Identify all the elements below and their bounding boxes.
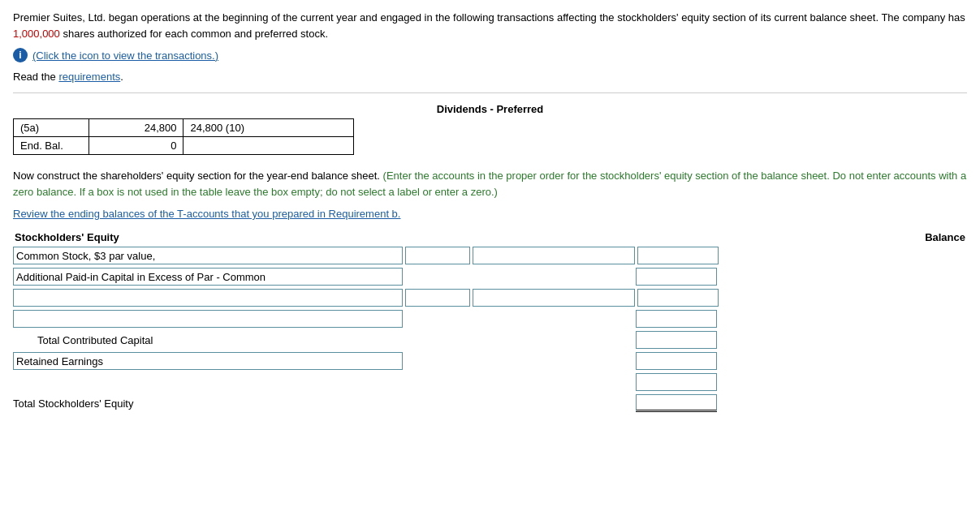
click-transactions-link[interactable]: (Click the icon to view the transactions… <box>32 49 218 62</box>
intro-paragraph: Premier Suites, Ltd. began operations at… <box>13 10 967 62</box>
apic-label-input[interactable] <box>13 268 403 286</box>
se-header-left: Stockholders' Equity <box>15 231 119 243</box>
blank2-balance-input[interactable] <box>636 310 717 328</box>
blank1-mid1-input[interactable] <box>405 289 470 307</box>
t-account-table: (5a) 24,800 24,800 (10) End. Bal. 0 <box>13 118 354 155</box>
se-row-blank1 <box>13 289 967 307</box>
info-icon[interactable]: i <box>13 48 28 62</box>
se-row-common-stock <box>13 247 967 264</box>
retained-earnings-label-input[interactable] <box>13 352 403 370</box>
se-header: Stockholders' Equity Balance <box>13 231 967 243</box>
retained-earnings-balance-input[interactable] <box>636 352 717 370</box>
instructions-text1: Now construct the shareholders' equity s… <box>13 170 383 182</box>
se-row-blank2 <box>13 310 967 328</box>
se-row-total-contributed: Total Contributed Capital <box>13 331 967 349</box>
common-stock-balance-input[interactable] <box>637 247 719 264</box>
total-contributed-label: Total Contributed Capital <box>13 334 403 346</box>
requirements-link[interactable]: requirements <box>58 71 120 83</box>
se-row-total-se: Total Stockholders' Equity <box>13 394 967 412</box>
t-row2-debit: 0 <box>89 137 183 155</box>
read-label: Read the <box>13 71 58 83</box>
total-contributed-balance-input[interactable] <box>636 331 717 349</box>
t-account-section: Dividends - Preferred (5a) 24,800 24,800… <box>13 103 967 155</box>
t-account-title: Dividends - Preferred <box>13 103 967 115</box>
t-account-row2: End. Bal. 0 <box>14 137 354 155</box>
common-stock-mid2-input[interactable] <box>473 247 635 264</box>
total-se-label: Total Stockholders' Equity <box>13 397 403 410</box>
blank3-balance-input[interactable] <box>636 373 717 391</box>
t-row2-label: End. Bal. <box>14 137 89 155</box>
shares-count: 1,000,000 <box>13 28 60 40</box>
blank1-mid2-input[interactable] <box>473 289 635 307</box>
total-se-balance-input[interactable] <box>636 394 717 412</box>
t-row1-credit: 24,800 (10) <box>183 119 354 137</box>
blank1-balance-input[interactable] <box>637 289 719 307</box>
instructions-section: Now construct the shareholders' equity s… <box>13 168 967 200</box>
common-stock-mid1-input[interactable] <box>405 247 470 264</box>
blank1-label-input[interactable] <box>13 289 403 307</box>
t-row1-debit: 24,800 <box>89 119 183 137</box>
stockholders-equity-section: Stockholders' Equity Balance Total Contr… <box>13 231 967 412</box>
intro-text3: shares authorized for each common and pr… <box>60 28 328 40</box>
se-row-retained-earnings <box>13 352 967 370</box>
intro-text1: Premier Suites, Ltd. began operations at… <box>13 11 771 24</box>
read-requirements-line: Read the requirements. <box>13 71 967 93</box>
period: . <box>120 71 123 83</box>
se-row-apic <box>13 268 967 286</box>
review-link[interactable]: Review the ending balances of the T-acco… <box>13 208 400 220</box>
t-row1-label: (5a) <box>14 119 89 137</box>
se-header-right: Balance <box>925 231 965 243</box>
t-account-row1: (5a) 24,800 24,800 (10) <box>14 119 354 137</box>
intro-text2: current balance sheet. The company has <box>774 11 965 24</box>
t-row2-credit <box>183 137 354 155</box>
se-row-blank3 <box>13 373 967 391</box>
common-stock-label-input[interactable] <box>13 247 403 264</box>
blank2-label-input[interactable] <box>13 310 403 328</box>
apic-balance-input[interactable] <box>636 268 717 286</box>
